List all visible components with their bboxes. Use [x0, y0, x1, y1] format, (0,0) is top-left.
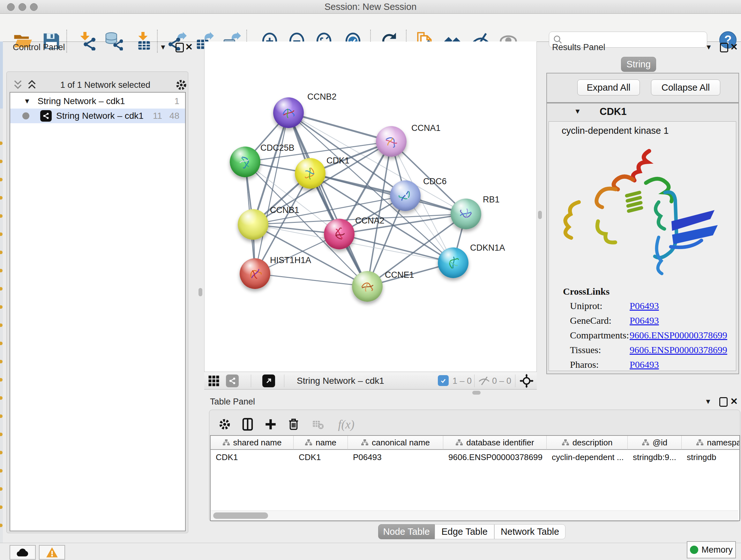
expand-all-networks-icon[interactable] [26, 80, 38, 90]
control-panel-float-icon[interactable] [176, 43, 184, 52]
crosslink-link[interactable]: P06493 [630, 359, 659, 370]
table-horizontal-scrollbar[interactable] [211, 510, 738, 520]
network-node-cdc6[interactable] [390, 180, 421, 211]
network-node-ccna1[interactable] [376, 126, 407, 157]
table-cell[interactable]: CDK1 [293, 450, 348, 464]
network-node-ccnb1[interactable] [238, 209, 268, 240]
desktop-edge-strip [0, 42, 3, 560]
fit-selection-crosshair-icon[interactable] [520, 374, 534, 388]
column-header-database-identifier[interactable]: database identifier [443, 436, 547, 450]
birds-eye-grid-icon[interactable] [208, 375, 219, 387]
control-panel-close-icon[interactable]: ✕ [185, 42, 193, 52]
background-window-dot [0, 341, 3, 345]
table-panel-menu-icon[interactable]: ▼ [704, 397, 712, 406]
results-panel-close-icon[interactable]: ✕ [730, 42, 738, 52]
add-column-icon[interactable] [263, 417, 278, 432]
network-share-icon[interactable] [226, 374, 239, 387]
network-edge[interactable] [255, 113, 288, 273]
network-view-toolbar: String Network – cdk1 1 – 0 0 – 0 [204, 372, 537, 389]
node-label-ccne1: CCNE1 [385, 270, 414, 280]
table-panel-float-icon[interactable] [719, 397, 728, 407]
control-panel-title: Control Panel [13, 43, 65, 52]
network-collection-row[interactable]: ▼ String Network – cdk1 1 [10, 94, 185, 109]
network-canvas[interactable]: CCNB2CCNA1CDC25BCDK1CDC6RB1CCNB1CCNA2CDK… [204, 42, 537, 372]
node-label-ccna1: CCNA1 [411, 123, 441, 133]
table-cell[interactable]: CDK1 [211, 450, 293, 464]
background-window-dot [0, 305, 3, 309]
left-splitter-handle[interactable] [199, 288, 202, 296]
warning-status-button[interactable] [39, 545, 65, 560]
background-window-dot [0, 141, 3, 145]
protein-description: cyclin-dependent kinase 1 [562, 125, 669, 136]
crosslink-link[interactable]: P06493 [630, 315, 659, 326]
table-cell[interactable]: stringdb:9... [628, 450, 682, 464]
table-cell[interactable]: P06493 [348, 450, 443, 464]
network-node-ccne1[interactable] [352, 271, 383, 302]
column-header-canonical-name[interactable]: canonical name [348, 436, 443, 450]
node-label-ccnb2: CCNB2 [307, 92, 337, 102]
collapse-all-button[interactable]: Collapse All [651, 79, 720, 96]
protein-collapse-icon[interactable]: ▼ [574, 107, 581, 116]
node-label-ccnb1: CCNB1 [270, 205, 299, 215]
table-panel-title: Table Panel [210, 397, 255, 407]
delete-column-trash-icon[interactable] [286, 417, 301, 432]
column-header-name[interactable]: name [293, 436, 348, 450]
table-cell[interactable]: 9606.ENSP00000378699 [443, 450, 547, 464]
network-node-ccna2[interactable] [324, 219, 354, 249]
toolbar-separator [284, 374, 284, 387]
background-window-dot [0, 396, 3, 400]
memory-button[interactable]: Memory [687, 541, 736, 558]
tab-network-table[interactable]: Network Table [494, 524, 565, 539]
background-window-dot [0, 469, 3, 473]
background-window-dot [0, 360, 3, 363]
right-splitter-handle[interactable] [538, 211, 542, 219]
control-panel-menu-icon[interactable]: ▼ [159, 43, 166, 51]
network-edge[interactable] [255, 273, 367, 287]
protein-structure-thumbnail [456, 204, 476, 224]
column-header--id[interactable]: @id [628, 436, 682, 450]
table-cell[interactable]: cyclin-dependent ... [547, 450, 628, 464]
column-header-namespace[interactable]: namespace [682, 436, 740, 450]
results-panel-menu-icon[interactable]: ▼ [705, 43, 712, 51]
column-header-description[interactable]: description [547, 436, 628, 450]
expand-all-button[interactable]: Expand All [577, 79, 640, 96]
tab-edge-table[interactable]: Edge Table [434, 524, 494, 539]
collapse-all-networks-icon[interactable] [12, 80, 23, 90]
tab-node-table[interactable]: Node Table [378, 524, 434, 539]
protein-structure-thumbnail [235, 152, 255, 172]
crosslink-link[interactable]: 9606.ENSP00000378699 [630, 345, 727, 355]
table-panel-close-icon[interactable]: ✕ [730, 396, 738, 407]
background-window-dot [0, 415, 3, 418]
selected-checkbox-icon[interactable] [438, 375, 449, 386]
network-node-cdkn1a[interactable] [438, 247, 468, 278]
network-node-cdk1[interactable] [295, 158, 326, 189]
cloud-status-button[interactable] [10, 545, 36, 560]
network-node-hist1h1a[interactable] [240, 258, 270, 289]
scrollbar-thumb[interactable] [213, 512, 268, 519]
node-label-cdk1: CDK1 [327, 156, 349, 166]
crosslink-link[interactable]: P06493 [630, 300, 659, 311]
open-external-icon[interactable] [262, 374, 275, 387]
network-node-rb1[interactable] [451, 199, 481, 229]
network-node-ccnb2[interactable] [273, 98, 304, 128]
network-row[interactable]: String Network – cdk1 11 48 [10, 109, 185, 123]
collection-expand-icon[interactable]: ▼ [23, 97, 30, 105]
network-options-gear-icon[interactable] [175, 78, 188, 91]
network-node-cdc25b[interactable] [230, 146, 260, 177]
node-table[interactable]: shared namenamecanonical namedatabase id… [210, 435, 740, 521]
crosslink-label: Uniprot: [570, 300, 603, 311]
table-cell[interactable]: stringdb [682, 450, 740, 464]
show-columns-icon[interactable] [240, 417, 255, 432]
table-gear-icon[interactable] [217, 417, 232, 432]
results-panel-float-icon[interactable] [720, 43, 728, 52]
protein-name: CDK1 [600, 106, 626, 118]
tab-string-results[interactable]: String [621, 57, 656, 72]
warning-icon [46, 547, 58, 558]
title-bar: Session: New Session [0, 0, 741, 14]
network-label: String Network – cdk1 [56, 111, 144, 121]
crosslink-link[interactable]: 9606.ENSP00000378699 [630, 330, 727, 341]
node-label-hist1h1a: HIST1H1A [270, 255, 311, 265]
background-window-dot [0, 214, 3, 218]
network-node-count: 11 [153, 111, 162, 121]
column-header-shared-name[interactable]: shared name [211, 436, 293, 450]
